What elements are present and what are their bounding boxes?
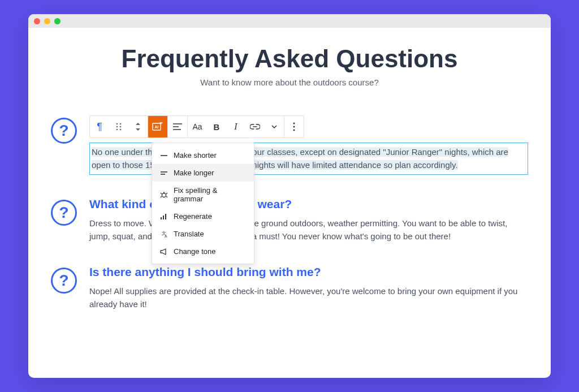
- svg-line-23: [166, 196, 167, 197]
- block-toolbar: ¶ AI: [89, 115, 304, 138]
- menu-make-longer[interactable]: Make longer: [152, 164, 254, 182]
- svg-point-18: [162, 193, 166, 197]
- question-mark-icon: ?: [51, 200, 77, 226]
- letter-case-button[interactable]: Aa: [188, 116, 207, 137]
- svg-point-2: [116, 126, 118, 128]
- shorter-icon: [160, 154, 168, 157]
- menu-change-tone[interactable]: Change tone: [152, 243, 254, 260]
- more-formatting-dropdown[interactable]: [265, 116, 284, 137]
- faq-item: ? ¶: [51, 115, 528, 175]
- drag-handle[interactable]: [109, 116, 128, 137]
- longer-icon: [160, 170, 168, 176]
- svg-point-13: [293, 126, 295, 128]
- translate-icon: 文A: [160, 230, 168, 238]
- editing-block: ¶ AI: [89, 115, 528, 175]
- menu-translate[interactable]: 文A Translate: [152, 225, 254, 243]
- faq-answer: Nope! All supplies are provided at the c…: [89, 285, 528, 311]
- svg-point-8: [162, 122, 163, 123]
- menu-item-label: Make shorter: [174, 151, 217, 160]
- svg-text:A: A: [165, 234, 167, 238]
- svg-point-0: [116, 123, 118, 125]
- svg-line-21: [166, 193, 167, 194]
- svg-text:AI: AI: [155, 125, 159, 129]
- svg-point-3: [120, 126, 122, 128]
- megaphone-icon: [160, 248, 168, 255]
- bold-button[interactable]: B: [207, 116, 226, 137]
- menu-item-label: Make longer: [174, 169, 214, 177]
- window-minimize-button[interactable]: [44, 18, 50, 24]
- move-arrows[interactable]: [128, 116, 148, 137]
- menu-regenerate[interactable]: Regenerate: [152, 208, 254, 225]
- svg-point-14: [293, 130, 295, 131]
- window-maximize-button[interactable]: [54, 18, 61, 24]
- window-close-button[interactable]: [34, 18, 40, 24]
- faq-item: ? Is there anything I should bring with …: [51, 265, 528, 311]
- page-title: Frequently Asked Questions: [51, 45, 528, 73]
- align-button[interactable]: [168, 116, 187, 137]
- svg-line-22: [161, 196, 162, 197]
- italic-button[interactable]: I: [226, 116, 245, 137]
- svg-rect-24: [161, 217, 162, 219]
- svg-rect-25: [163, 216, 164, 219]
- faq-list: ? ¶: [51, 115, 528, 311]
- window-title-bar: [28, 14, 551, 28]
- faq-question: Is there anything I should bring with me…: [89, 265, 528, 279]
- svg-point-12: [293, 123, 295, 124]
- link-button[interactable]: [245, 116, 265, 137]
- browser-window: Frequently Asked Questions Want to know …: [28, 14, 551, 378]
- svg-line-20: [161, 193, 162, 194]
- menu-item-label: Change tone: [174, 247, 215, 256]
- ai-assist-button[interactable]: AI: [148, 116, 167, 137]
- question-mark-icon: ?: [51, 118, 77, 144]
- page-content: Frequently Asked Questions Want to know …: [28, 28, 551, 378]
- menu-fix-spelling-grammar[interactable]: Fix spelling & grammar: [152, 182, 254, 208]
- more-options-button[interactable]: [284, 116, 304, 137]
- menu-item-label: Translate: [174, 230, 204, 238]
- paragraph-button[interactable]: ¶: [90, 116, 109, 137]
- menu-item-label: Fix spelling & grammar: [174, 186, 246, 203]
- svg-point-4: [116, 129, 118, 131]
- svg-point-5: [120, 129, 122, 131]
- svg-rect-26: [165, 214, 166, 219]
- menu-item-label: Regenerate: [174, 212, 212, 221]
- page-subtitle: Want to know more about the outdoors cou…: [51, 77, 528, 87]
- faq-item: ? What kind of clothes should I wear? Dr…: [51, 197, 528, 243]
- svg-point-1: [120, 123, 122, 125]
- ai-assist-menu: Make shorter Make longer Fix spelling & …: [152, 143, 254, 264]
- bug-icon: [160, 191, 168, 199]
- menu-make-shorter[interactable]: Make shorter: [152, 147, 254, 164]
- regenerate-icon: [160, 213, 168, 220]
- question-mark-icon: ?: [51, 268, 77, 294]
